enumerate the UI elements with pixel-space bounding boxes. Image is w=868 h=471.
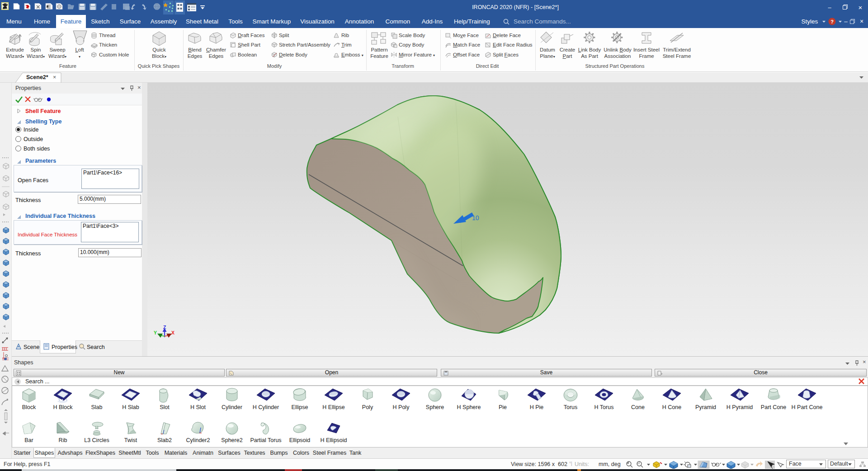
svg-text:Y: Y [154,330,157,335]
svg-text:X: X [171,330,175,335]
svg-text:?: ? [830,19,834,24]
svg-text:Z: Z [163,325,166,330]
svg-text:10: 10 [472,214,479,221]
